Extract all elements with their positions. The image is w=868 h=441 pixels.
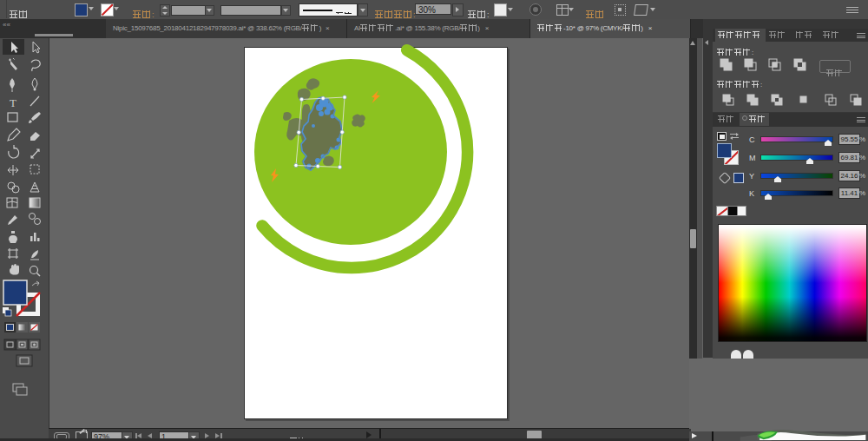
svg-text:T: T <box>10 96 16 109</box>
